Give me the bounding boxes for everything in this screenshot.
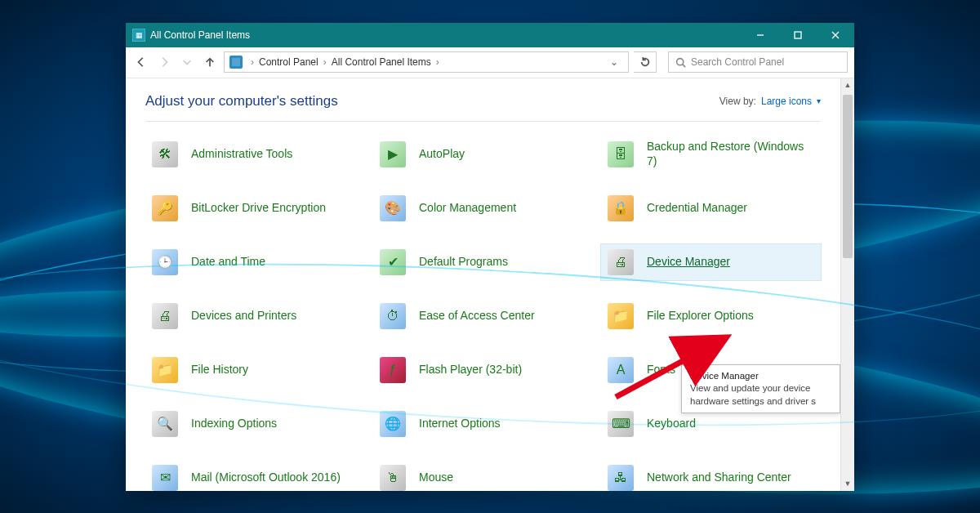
- desktop-background: ▦ All Control Panel Items: [0, 0, 980, 513]
- item-label: Device Manager: [647, 255, 730, 270]
- tooltip: Device Manager View and update your devi…: [681, 364, 840, 414]
- view-by-control[interactable]: View by: Large icons ▾: [719, 96, 821, 107]
- item-label: AutoPlay: [419, 147, 465, 162]
- breadcrumb-root[interactable]: Control Panel: [259, 56, 318, 68]
- item-icon: A: [606, 355, 635, 385]
- svg-rect-0: [795, 32, 801, 38]
- refresh-button[interactable]: [634, 51, 657, 73]
- item-label: Ease of Access Center: [419, 309, 535, 323]
- item-label: Keyboard: [647, 417, 696, 431]
- control-panel-item[interactable]: 🔑BitLocker Drive Encryption: [145, 190, 365, 226]
- item-icon: 📁: [606, 301, 635, 331]
- viewby-label: View by:: [719, 96, 756, 107]
- item-icon: 🗄: [606, 140, 635, 169]
- control-panel-item[interactable]: ✔Default Programs: [373, 244, 593, 280]
- item-icon: 🌐: [378, 409, 408, 439]
- forward-button[interactable]: [155, 53, 173, 71]
- item-label: Indexing Options: [191, 417, 277, 431]
- divider: [145, 121, 821, 122]
- item-icon: ✔: [378, 248, 408, 277]
- item-label: Default Programs: [419, 255, 508, 270]
- breadcrumb-current[interactable]: All Control Panel Items: [332, 56, 431, 68]
- control-panel-item[interactable]: 📁File History: [145, 352, 365, 388]
- item-label: Fonts: [647, 363, 675, 377]
- item-icon: ⏱: [378, 301, 408, 331]
- back-button[interactable]: [132, 53, 150, 71]
- tooltip-title: Device Manager: [690, 370, 831, 383]
- item-label: Internet Options: [419, 417, 501, 431]
- item-label: Flash Player (32-bit): [419, 363, 522, 377]
- maximize-button[interactable]: [779, 23, 817, 47]
- vertical-scrollbar[interactable]: ▲ ▼: [840, 78, 854, 491]
- control-panel-item[interactable]: 🖱Mouse: [373, 460, 593, 491]
- control-panel-item[interactable]: ⏱Ease of Access Center: [373, 298, 593, 334]
- item-label: Credential Manager: [647, 201, 747, 216]
- up-button[interactable]: [201, 53, 219, 71]
- search-placeholder: Search Control Panel: [691, 56, 784, 68]
- recent-dropdown-icon[interactable]: [178, 53, 196, 71]
- control-panel-item[interactable]: ✉Mail (Microsoft Outlook 2016): [145, 460, 365, 491]
- item-label: BitLocker Drive Encryption: [191, 201, 326, 216]
- close-button[interactable]: [817, 23, 854, 47]
- control-panel-item[interactable]: 🗄Backup and Restore (Windows 7): [601, 136, 821, 172]
- control-panel-item[interactable]: 🖨Devices and Printers: [145, 298, 365, 334]
- item-label: Administrative Tools: [191, 147, 292, 162]
- titlebar[interactable]: ▦ All Control Panel Items: [126, 23, 854, 47]
- item-label: Color Management: [419, 201, 516, 216]
- viewby-value[interactable]: Large icons: [761, 96, 812, 107]
- item-icon: ƒ: [378, 355, 408, 385]
- items-grid: 🛠Administrative Tools▶AutoPlay🗄Backup an…: [145, 136, 821, 491]
- item-label: Backup and Restore (Windows 7): [647, 140, 816, 168]
- item-icon: 🔑: [150, 194, 180, 223]
- item-icon: 🛠: [150, 140, 180, 169]
- control-panel-item[interactable]: ƒFlash Player (32-bit): [373, 352, 593, 388]
- content-area: Adjust your computer's settings View by:…: [126, 78, 840, 491]
- item-icon: ⌨: [606, 409, 635, 439]
- item-label: File History: [191, 363, 248, 377]
- item-icon: 🔍: [150, 409, 180, 439]
- item-label: Devices and Printers: [191, 309, 296, 323]
- app-icon: ▦: [132, 29, 145, 42]
- control-panel-item[interactable]: 🔍Indexing Options: [145, 406, 365, 442]
- control-panel-item[interactable]: 🕒Date and Time: [145, 244, 365, 280]
- item-icon: ✉: [150, 463, 180, 491]
- item-label: Mouse: [419, 471, 453, 485]
- item-icon: 🖨: [150, 301, 180, 331]
- control-panel-item[interactable]: 🖧Network and Sharing Center: [601, 460, 821, 491]
- control-panel-item[interactable]: 🔒Credential Manager: [601, 190, 821, 226]
- search-icon: [675, 57, 686, 68]
- scroll-down-button[interactable]: ▼: [841, 477, 854, 491]
- chevron-down-icon[interactable]: ▾: [817, 96, 821, 105]
- scroll-thumb[interactable]: [843, 95, 853, 258]
- control-panel-item[interactable]: 📁File Explorer Options: [601, 298, 821, 334]
- control-panel-item[interactable]: ▶AutoPlay: [373, 136, 593, 172]
- control-panel-item[interactable]: 🎨Color Management: [373, 190, 593, 226]
- address-dropdown-icon[interactable]: ⌄: [605, 56, 623, 68]
- svg-point-1: [677, 58, 684, 65]
- item-icon: 📁: [150, 355, 180, 385]
- search-box[interactable]: Search Control Panel: [668, 51, 848, 73]
- chevron-right-icon[interactable]: ›: [247, 56, 257, 68]
- item-icon: 🖧: [606, 463, 635, 491]
- control-panel-item[interactable]: 🖨Device Manager: [601, 244, 821, 280]
- nav-toolbar: › Control Panel › All Control Panel Item…: [126, 47, 854, 78]
- item-icon: 🖱: [378, 463, 408, 491]
- address-bar[interactable]: › Control Panel › All Control Panel Item…: [224, 51, 629, 73]
- item-label: Date and Time: [191, 255, 265, 270]
- item-label: Mail (Microsoft Outlook 2016): [191, 471, 341, 485]
- control-panel-window: ▦ All Control Panel Items: [126, 23, 854, 491]
- control-panel-item[interactable]: 🛠Administrative Tools: [145, 136, 365, 172]
- scroll-up-button[interactable]: ▲: [841, 78, 854, 92]
- item-icon: 🖨: [606, 248, 635, 277]
- control-panel-icon: [229, 56, 243, 69]
- minimize-button[interactable]: [742, 23, 779, 47]
- item-label: File Explorer Options: [647, 309, 754, 323]
- window-title: All Control Panel Items: [150, 29, 250, 41]
- tooltip-desc: View and update your device hardware set…: [690, 382, 831, 408]
- chevron-right-icon[interactable]: ›: [433, 56, 443, 68]
- control-panel-item[interactable]: 🌐Internet Options: [373, 406, 593, 442]
- item-label: Network and Sharing Center: [647, 471, 791, 485]
- item-icon: 🎨: [378, 194, 408, 223]
- item-icon: 🕒: [150, 248, 180, 277]
- chevron-right-icon[interactable]: ›: [320, 56, 330, 68]
